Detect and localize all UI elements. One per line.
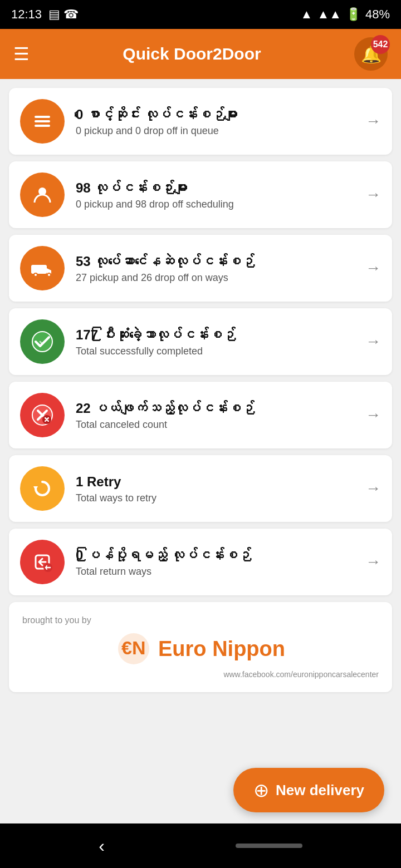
return-arrow-icon: → [365,553,381,571]
back-button[interactable]: ‹ [99,836,105,856]
status-time: 12:13 [11,7,42,22]
card-queue[interactable]: 0 စောင့်ဆိုင်း လုပ်ငန်းစဉ်များ 0 pickup … [9,88,392,155]
onway-arrow-icon: → [365,259,381,277]
card-scheduling[interactable]: 98 လုပ်ငန်းစဉ်းများ 0 pickup and 98 drop… [9,161,392,228]
return-subtitle: Total return ways [76,566,354,578]
scheduling-icon-circle [20,172,65,217]
queue-icon-circle [20,99,65,144]
canceled-icon-circle [20,393,65,437]
svg-rect-1 [35,120,50,122]
retry-arrow-icon: → [365,480,381,497]
hamburger-menu-icon[interactable]: ☰ [13,43,30,65]
canceled-text: 22 ပယ်ဖျက်သည့်လုပ်ငန်းစဉ် Total canceled… [76,400,354,431]
sponsor-brought-label: brought to you by [22,615,91,625]
scheduling-title: 98 လုပ်ငန်းစဉ်းများ [76,179,354,196]
status-left: 12:13 ▤ ☎ [11,7,79,22]
queue-subtitle: 0 pickup and 0 drop off in queue [76,125,354,137]
battery-percent: 48% [365,7,390,22]
return-icon-circle [20,540,65,584]
return-text: 0 ပြန်ပို့ရမည့် လုပ်ငန်းစဉ် Total return… [76,546,354,578]
main-content: 0 စောင့်ဆိုင်း လုပ်ငန်းစဉ်များ 0 pickup … [0,79,401,823]
card-return[interactable]: 0 ပြန်ပို့ရမည့် လုပ်ငန်းစဉ် Total return… [9,529,392,595]
completed-arrow-icon: → [365,333,381,351]
onway-title: 53 လုပ်ဆောင်နေဆဲလုပ်ငန်းစဉ် [76,253,354,270]
wifi-icon: ▲ [301,7,313,22]
fab-container: ⊕ New delivery [233,768,384,812]
card-onway[interactable]: 53 လုပ်ဆောင်နေဆဲလုပ်ငန်းစဉ် 27 pickup an… [9,235,392,302]
sponsor-name: Euro Nippon [158,637,285,661]
home-indicator[interactable] [236,844,302,848]
queue-arrow-icon: → [365,112,381,130]
scheduling-arrow-icon: → [365,186,381,204]
retry-text: 1 Retry Total ways to retry [76,473,354,504]
queue-text: 0 စောင့်ဆိုင်း လုပ်ငန်းစဉ်များ 0 pickup … [76,106,354,137]
svg-text:€N: €N [121,637,145,658]
euro-nippon-logo-icon: €N [116,631,151,667]
completed-title: 177 ပြီးဆုံးခဲ့သောလုပ်ငန်းစဉ် [76,326,354,343]
svg-rect-2 [35,125,50,127]
notification-badge: 542 [371,35,390,54]
status-bar: 12:13 ▤ ☎ ▲ ▲▲ 🔋 48% [0,0,401,29]
onway-text: 53 လုပ်ဆောင်နေဆဲလုပ်ငန်းစဉ် 27 pickup an… [76,253,354,284]
app-title: Quick Door2Door [123,45,261,63]
sponsor-card: brought to you by €N Euro Nippon www.fac… [9,602,392,692]
sponsor-logo-row: €N Euro Nippon [116,631,285,667]
status-right: ▲ ▲▲ 🔋 48% [301,7,390,22]
scheduling-subtitle: 0 pickup and 98 drop off scheduling [76,199,354,210]
sponsor-url: www.facebook.com/euronipponcarsalecenter [223,670,379,679]
status-icons: ▤ ☎ [48,7,79,22]
card-retry[interactable]: 1 Retry Total ways to retry → [9,455,392,522]
card-canceled[interactable]: 22 ပယ်ဖျက်သည့်လုပ်ငန်းစဉ် Total canceled… [9,382,392,448]
card-completed[interactable]: 177 ပြီးဆုံးခဲ့သောလုပ်ငန်းစဉ် Total succ… [9,308,392,375]
new-delivery-button[interactable]: ⊕ New delivery [233,768,384,812]
retry-title: 1 Retry [76,473,354,490]
canceled-title: 22 ပယ်ဖျက်သည့်လုပ်ငန်းစဉ် [76,400,354,417]
canceled-subtitle: Total canceled count [76,419,354,431]
notification-button[interactable]: 🔔 542 [354,37,388,71]
battery-icon: 🔋 [346,7,361,22]
fab-label: New delivery [276,782,364,799]
completed-text: 177 ပြီးဆုံးခဲ့သောလုပ်ငန်းစဉ် Total succ… [76,326,354,357]
signal-icon: ▲▲ [317,7,341,22]
completed-icon-circle [20,319,65,364]
svg-point-8 [48,274,50,276]
onway-subtitle: 27 pickup and 26 drop off on ways [76,272,354,284]
return-title: 0 ပြန်ပို့ရမည့် လုပ်ငန်းစဉ် [76,546,354,564]
canceled-arrow-icon: → [365,406,381,424]
bottom-nav: ‹ [0,823,401,868]
svg-rect-0 [35,116,50,118]
onway-icon-circle [20,246,65,290]
queue-title: 0 စောင့်ဆိုင်း လုပ်ငန်းစဉ်များ [76,106,354,123]
svg-point-6 [35,274,37,276]
completed-subtitle: Total successfully completed [76,346,354,357]
app-bar: ☰ Quick Door2Door 🔔 542 [0,29,401,79]
retry-icon-circle [20,466,65,511]
svg-marker-12 [33,486,38,491]
fab-plus-icon: ⊕ [253,779,269,801]
scheduling-text: 98 လုပ်ငန်းစဉ်းများ 0 pickup and 98 drop… [76,179,354,210]
retry-subtitle: Total ways to retry [76,492,354,504]
svg-rect-4 [31,265,47,274]
